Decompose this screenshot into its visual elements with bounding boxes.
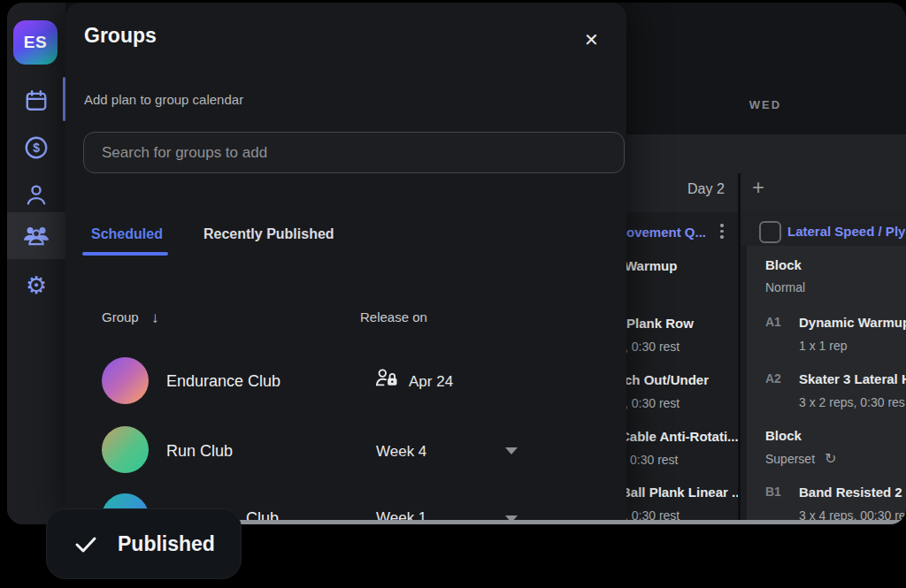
- column-header-group[interactable]: Group: [102, 309, 139, 325]
- exercise-text: Dynamic Warmup: [799, 315, 906, 330]
- modal-subtitle: Add plan to group calendar: [84, 92, 243, 107]
- chevron-down-icon[interactable]: [505, 447, 518, 454]
- exercise-detail: , 0:30 rest: [625, 396, 680, 410]
- person-icon: [24, 182, 49, 207]
- superset-cycle-icon: ↻: [825, 450, 836, 467]
- groups-icon: [22, 224, 50, 248]
- exercise-tag: B1: [765, 485, 781, 499]
- column-header-release-on: Release on: [360, 309, 427, 325]
- day-column-title: Day 2: [687, 181, 725, 197]
- dollar-icon: $: [23, 134, 50, 161]
- group-name: Endurance Club: [166, 372, 280, 391]
- exercise-text: Warmup: [625, 258, 677, 273]
- published-toast: Published: [46, 508, 242, 579]
- weekday-header: WED: [746, 98, 785, 111]
- tab-recently-published[interactable]: Recently Published: [203, 226, 334, 242]
- toast-label: Published: [118, 532, 215, 556]
- exercise-detail: 0:30 rest: [630, 453, 678, 467]
- tab-scheduled[interactable]: Scheduled: [91, 226, 163, 242]
- release-date: Apr 24: [409, 373, 453, 391]
- calendar-icon: [24, 88, 49, 113]
- search-input[interactable]: [83, 132, 625, 173]
- workout-link[interactable]: Lateral Speed / Plyo: [787, 224, 906, 239]
- group-name: Club: [246, 509, 279, 520]
- sidebar-item-clients[interactable]: [7, 173, 65, 216]
- exercise-tag: A2: [765, 371, 781, 386]
- app-window: WED Day 2 + ovement Q... Warmup Plank Ro…: [7, 3, 906, 524]
- workout-card: Block Normal A1 Dynamic Warmup 1 x 1 rep…: [747, 246, 906, 524]
- close-icon[interactable]: ✕: [580, 26, 603, 54]
- sort-descending-icon[interactable]: ↓: [151, 309, 159, 327]
- svg-text:$: $: [33, 141, 40, 155]
- block-label: Block: [765, 428, 802, 443]
- exercise-text: Band Resisted 2 Step: [799, 485, 906, 500]
- sidebar-item-groups[interactable]: [7, 212, 65, 259]
- add-workout-button[interactable]: +: [752, 175, 764, 200]
- workout-link[interactable]: ovement Q...: [626, 225, 706, 240]
- gear-icon: ⚙: [26, 274, 47, 298]
- group-name: Run Club: [166, 442, 233, 461]
- exercise-detail: , 0:30 rest: [625, 340, 680, 354]
- exercise-text: Skater 3 Lateral Hop: [799, 371, 906, 386]
- sidebar-item-settings[interactable]: ⚙: [7, 264, 65, 307]
- exercise-text: Cable Anti-Rotati...: [620, 429, 738, 444]
- card-edge-strip: [741, 246, 747, 524]
- exercise-detail: 1 x 1 rep: [799, 339, 847, 353]
- modal-title: Groups: [84, 24, 157, 48]
- release-week-select[interactable]: Week 1: [376, 509, 426, 520]
- group-avatar: [102, 357, 149, 404]
- workout-checkbox[interactable]: [759, 221, 781, 243]
- active-tab-underline: [82, 252, 168, 256]
- checkmark-icon: [73, 531, 98, 556]
- exercise-text: ch Out/Under: [625, 372, 709, 387]
- block-type: Superset: [765, 452, 815, 466]
- sidebar: ES $: [7, 3, 65, 524]
- release-week-select[interactable]: Week 4: [376, 443, 426, 461]
- exercise-text: Ball Plank Linear ...: [621, 485, 738, 500]
- exercise-detail: 3 x 2 reps, 0:30 res: [799, 395, 905, 409]
- sidebar-item-calendar[interactable]: [7, 80, 65, 122]
- kebab-menu-icon[interactable]: [720, 224, 724, 239]
- block-type: Normal: [765, 280, 805, 294]
- block-label: Block: [765, 257, 802, 272]
- exercise-text: Plank Row: [626, 316, 694, 331]
- groups-modal: Groups ✕ Add plan to group calendar Sche…: [65, 3, 626, 520]
- exercise-tag: A1: [765, 315, 781, 329]
- person-lock-icon: [375, 368, 399, 388]
- group-avatar: [102, 426, 149, 473]
- sidebar-item-payments[interactable]: $: [7, 126, 65, 169]
- avatar[interactable]: ES: [13, 20, 58, 65]
